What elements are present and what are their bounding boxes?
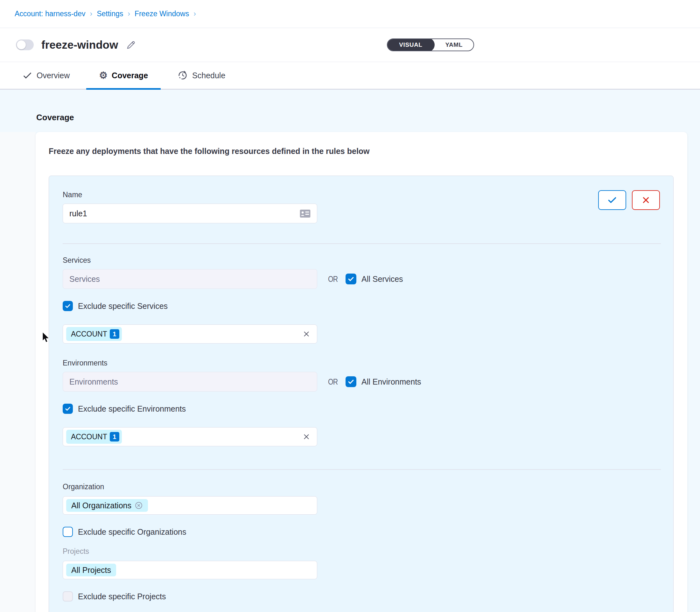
exclude-projects-checkbox[interactable]	[63, 591, 73, 601]
yaml-mode-button[interactable]: YAML	[435, 39, 473, 51]
tag-text: ACCOUNT	[71, 330, 107, 338]
breadcrumb-freeze-windows-link[interactable]: Freeze Windows	[135, 10, 189, 18]
freeze-enabled-toggle[interactable]	[16, 39, 34, 50]
organization-label: Organization	[63, 483, 660, 491]
coverage-heading: Coverage	[36, 113, 74, 123]
excluded-environments-tag[interactable]: ACCOUNT 1	[66, 430, 122, 444]
breadcrumb-separator: ›	[127, 10, 130, 18]
breadcrumb: Account: harness-dev › Settings › Freeze…	[0, 0, 700, 28]
exclude-services-checkbox[interactable]	[63, 301, 73, 311]
excluded-environments-field[interactable]: ACCOUNT 1	[63, 427, 317, 446]
all-organizations-tag[interactable]: All Organizations	[66, 499, 148, 512]
tag-count-badge: 1	[110, 329, 119, 339]
confirm-rule-button[interactable]	[598, 190, 626, 210]
divider	[63, 469, 661, 470]
exclude-services-label: Exclude specific Services	[78, 302, 168, 311]
projects-label: Projects	[63, 547, 660, 556]
rule-name-field	[63, 204, 317, 223]
environments-field	[63, 372, 317, 392]
tab-overview-label: Overview	[37, 71, 70, 80]
excluded-services-tag[interactable]: ACCOUNT 1	[66, 327, 122, 341]
checkbox-check-icon	[347, 276, 355, 282]
rule-panel: Name Services OR	[49, 176, 674, 612]
excluded-services-field[interactable]: ACCOUNT 1	[63, 324, 317, 344]
name-label: Name	[63, 191, 660, 199]
services-field	[63, 269, 317, 289]
page-title: freeze-window	[41, 39, 118, 51]
left-gutter	[0, 132, 36, 612]
toggle-knob	[17, 40, 26, 49]
all-services-checkbox[interactable]	[345, 274, 356, 284]
delete-rule-button[interactable]	[632, 190, 660, 210]
tag-count-badge: 1	[110, 432, 119, 442]
breadcrumb-account-link[interactable]: Account: harness-dev	[15, 10, 85, 18]
id-card-icon	[300, 209, 311, 218]
organization-field[interactable]: All Organizations	[63, 496, 317, 515]
remove-organizations-tag-icon[interactable]	[135, 501, 143, 510]
clear-services-icon[interactable]	[302, 330, 311, 338]
confirm-check-icon	[607, 195, 617, 205]
exclude-organizations-label: Exclude specific Organizations	[78, 527, 186, 537]
tab-coverage[interactable]: ⚙ Coverage	[86, 62, 161, 89]
divider	[63, 244, 661, 244]
checkbox-check-icon	[65, 406, 71, 412]
coverage-page: Coverage Freeze any deployments that hav…	[0, 90, 700, 612]
tag-text: ACCOUNT	[71, 433, 107, 441]
schedule-clock-icon	[177, 70, 188, 81]
rule-actions	[598, 190, 660, 210]
services-input[interactable]	[69, 275, 311, 284]
tab-schedule-label: Schedule	[192, 71, 225, 80]
exclude-environments-checkbox[interactable]	[63, 404, 73, 414]
all-environments-label: All Environments	[361, 377, 421, 387]
environments-label: Environments	[63, 359, 660, 367]
breadcrumb-separator: ›	[193, 10, 196, 18]
tag-text: All Organizations	[71, 501, 132, 510]
tab-coverage-label: Coverage	[112, 71, 148, 80]
tab-schedule[interactable]: Schedule	[175, 62, 227, 89]
environments-input[interactable]	[69, 377, 311, 387]
edit-pencil-icon[interactable]	[126, 39, 137, 50]
all-services-label: All Services	[361, 275, 403, 284]
services-or-label: OR	[328, 274, 338, 284]
exclude-projects-label: Exclude specific Projects	[78, 592, 166, 601]
tab-bar: Overview ⚙ Coverage Schedule	[0, 62, 700, 90]
tab-overview[interactable]: Overview	[20, 62, 72, 89]
clear-environments-icon[interactable]	[302, 433, 311, 441]
environments-or-label: OR	[328, 377, 338, 387]
breadcrumb-settings-link[interactable]: Settings	[97, 10, 123, 18]
exclude-environments-label: Exclude specific Environments	[78, 404, 186, 414]
exclude-organizations-checkbox[interactable]	[63, 527, 73, 537]
delete-x-icon	[642, 196, 650, 205]
coverage-instruction: Freeze any deployments that have the fol…	[49, 147, 674, 156]
breadcrumb-separator: ›	[90, 10, 92, 18]
services-label: Services	[63, 256, 660, 265]
checkbox-check-icon	[65, 303, 71, 309]
title-bar: freeze-window VISUAL YAML	[0, 28, 700, 62]
all-environments-checkbox[interactable]	[345, 376, 356, 387]
rule-name-input[interactable]	[69, 209, 300, 218]
checkbox-check-icon	[347, 378, 355, 385]
visual-yaml-switch: VISUAL YAML	[387, 39, 474, 51]
all-projects-tag: All Projects	[66, 564, 116, 576]
check-icon	[22, 70, 32, 81]
projects-field: All Projects	[63, 561, 317, 579]
coverage-card: Freeze any deployments that have the fol…	[36, 132, 687, 612]
gear-icon: ⚙	[99, 71, 108, 80]
tag-text: All Projects	[71, 566, 111, 575]
visual-mode-button[interactable]: VISUAL	[387, 39, 434, 51]
